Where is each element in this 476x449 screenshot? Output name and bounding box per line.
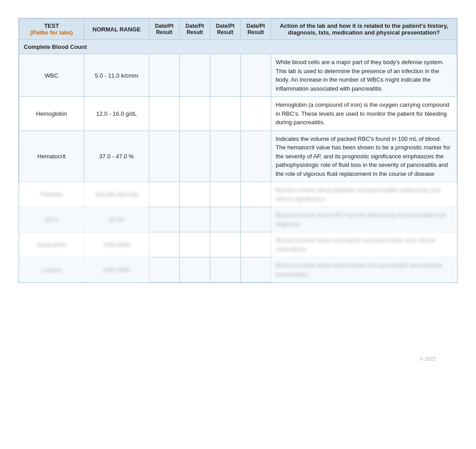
cell-date-4 <box>241 207 271 232</box>
lab-results-table: TEST (Patho for labs) NORMAL RANGE Date/… <box>19 18 457 283</box>
lab-table-container: TEST (Patho for labs) NORMAL RANGE Date/… <box>18 18 458 283</box>
cell-date-1 <box>149 54 180 97</box>
cell-date-3 <box>210 97 241 131</box>
header-action: Action of the lab and how it is related … <box>271 19 457 40</box>
cell-action: Hemoglobin (a compound of iron) is the o… <box>271 97 457 131</box>
cell-test-name: Neutrophils <box>19 232 84 257</box>
cell-date-4 <box>241 54 271 97</box>
header-date2: Date/Pt Result <box>180 19 210 40</box>
cell-date-2 <box>180 207 210 232</box>
cell-action: White blood cells are a major part of th… <box>271 54 457 97</box>
cell-date-3 <box>210 54 241 97</box>
cell-test-name: Hemoglobin <box>19 97 84 131</box>
table-row: Neutrophils1500-8000Blurred content abou… <box>19 232 457 257</box>
cell-action: Blurred content about platelets and panc… <box>271 182 457 207</box>
cell-date-1 <box>149 131 180 182</box>
header-date1: Date/Pt Result <box>149 19 180 40</box>
watermark: © 2022 <box>420 356 436 362</box>
cell-date-1 <box>149 207 180 232</box>
header-test: TEST (Patho for labs) <box>19 19 84 40</box>
header-date3: Date/Pt Result <box>210 19 241 40</box>
cell-test-name: WBC <box>19 54 84 97</box>
cell-normal-range: 12.0 - 16.0 g/dL <box>84 97 149 131</box>
cell-date-2 <box>180 97 210 131</box>
cell-normal-range: 5.0 - 11.0 k/cmm <box>84 54 149 97</box>
header-date4: Date/Pt Result <box>241 19 271 40</box>
cell-test-name: Lymphs <box>19 257 84 283</box>
cell-normal-range: 1500-8000 <box>84 232 149 257</box>
cell-date-4 <box>241 131 271 182</box>
cell-date-2 <box>180 232 210 257</box>
cell-date-1 <box>149 257 180 283</box>
cell-test-name: Platelets <box>19 182 84 207</box>
cell-normal-range: 80-96 <box>84 207 149 232</box>
cell-normal-range: 37.0 - 47.0 % <box>84 131 149 182</box>
cell-date-2 <box>180 131 210 182</box>
cell-action: Indicates the volume of packed RBC's fou… <box>271 131 457 182</box>
cell-date-1 <box>149 182 180 207</box>
table-row: MCV80-96Blurred content about MCV and it… <box>19 207 457 232</box>
header-normal-range: NORMAL RANGE <box>84 19 149 40</box>
cell-action: Blurred content about MCV and its relati… <box>271 207 457 232</box>
cell-date-4 <box>241 182 271 207</box>
page-wrapper: TEST (Patho for labs) NORMAL RANGE Date/… <box>0 0 476 449</box>
section-header-label: Complete Blood Count <box>19 40 457 54</box>
table-row: Hemoglobin12.0 - 16.0 g/dLHemoglobin (a … <box>19 97 457 131</box>
cell-date-3 <box>210 131 241 182</box>
cell-date-3 <box>210 257 241 283</box>
cell-date-4 <box>241 232 271 257</box>
header-test-label: TEST <box>24 22 79 29</box>
cell-normal-range: 150,000-400,000 <box>84 182 149 207</box>
cell-action: Blurred content about lymphocytes and pa… <box>271 257 457 283</box>
section-header-row: Complete Blood Count <box>19 40 457 54</box>
cell-date-2 <box>180 54 210 97</box>
table-row: Lymphs1000-4000Blurred content about lym… <box>19 257 457 283</box>
cell-date-2 <box>180 182 210 207</box>
table-row: Hematocrit37.0 - 47.0 %Indicates the vol… <box>19 131 457 182</box>
cell-date-1 <box>149 232 180 257</box>
table-row: Platelets150,000-400,000Blurred content … <box>19 182 457 207</box>
table-row: WBC5.0 - 11.0 k/cmmWhite blood cells are… <box>19 54 457 97</box>
header-test-sub: (Patho for labs) <box>24 29 79 36</box>
cell-date-3 <box>210 232 241 257</box>
cell-test-name: MCV <box>19 207 84 232</box>
cell-date-4 <box>241 97 271 131</box>
cell-date-1 <box>149 97 180 131</box>
cell-date-2 <box>180 257 210 283</box>
cell-action: Blurred content about neutrophils and pa… <box>271 232 457 257</box>
cell-date-4 <box>241 257 271 283</box>
cell-normal-range: 1000-4000 <box>84 257 149 283</box>
cell-date-3 <box>210 182 241 207</box>
cell-test-name: Hematocrit <box>19 131 84 182</box>
cell-date-3 <box>210 207 241 232</box>
